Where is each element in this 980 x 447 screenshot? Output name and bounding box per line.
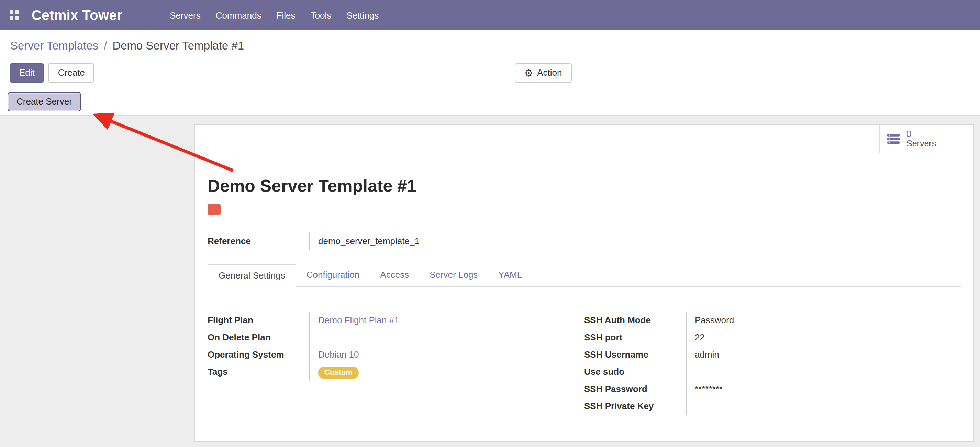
- field-group-left: Flight Plan Demo Flight Plan #1 On Delet…: [208, 311, 584, 415]
- field-value: 22: [686, 329, 961, 346]
- form-sheet: 0 Servers Demo Server Template #1 Refere…: [194, 125, 974, 442]
- breadcrumb: Server Templates/Demo Server Template #1: [10, 39, 244, 52]
- breadcrumb-separator: /: [104, 39, 107, 51]
- field-group-right: SSH Auth Mode Password SSH port 22 SSH U…: [584, 311, 961, 415]
- field-row-use-sudo: Use sudo: [584, 363, 961, 380]
- field-row-operating-system: Operating System Debian 10: [208, 346, 584, 363]
- field-label: On Delete Plan: [208, 329, 309, 346]
- field-label: Use sudo: [584, 363, 686, 380]
- field-value: Demo Flight Plan #1: [309, 311, 584, 329]
- tab-access[interactable]: Access: [370, 264, 419, 286]
- reference-field: Reference demo_server_template_1: [208, 232, 565, 250]
- create-server-button[interactable]: Create Server: [8, 92, 81, 112]
- main-menu: Servers Commands Files Tools Settings: [162, 10, 386, 20]
- action-button[interactable]: ⚙ Action: [515, 63, 571, 83]
- field-label: Tags: [208, 363, 309, 381]
- field-label: SSH Password: [584, 380, 686, 398]
- apps-grid-icon[interactable]: [10, 10, 19, 20]
- gear-icon: ⚙: [524, 68, 533, 78]
- servers-stat-button[interactable]: 0 Servers: [879, 125, 973, 153]
- field-value: Custom: [309, 363, 584, 381]
- field-value: Password: [686, 311, 961, 329]
- nav-item-files[interactable]: Files: [269, 10, 303, 20]
- control-panel: Server Templates/Demo Server Template #1…: [0, 30, 980, 115]
- nav-item-servers[interactable]: Servers: [162, 10, 208, 20]
- stat-label: Servers: [907, 139, 936, 150]
- servers-icon: [886, 132, 900, 146]
- field-label: SSH Auth Mode: [584, 311, 686, 329]
- field-row-on-delete-plan: On Delete Plan: [208, 329, 584, 346]
- color-swatch: [208, 204, 221, 215]
- stat-text: 0 Servers: [907, 128, 936, 149]
- field-value: [686, 363, 961, 380]
- field-value: Debian 10: [309, 346, 584, 363]
- brand-title[interactable]: Cetmix Tower: [32, 7, 123, 23]
- field-row-tags: Tags Custom: [208, 363, 584, 381]
- action-button-label: Action: [537, 67, 562, 78]
- nav-item-tools[interactable]: Tools: [303, 10, 339, 20]
- record-title: Demo Server Template #1: [208, 176, 961, 196]
- field-row-ssh-private-key: SSH Private Key: [584, 398, 961, 415]
- breadcrumb-parent-link[interactable]: Server Templates: [10, 39, 98, 51]
- tab-general-settings[interactable]: General Settings: [208, 264, 296, 287]
- edit-button[interactable]: Edit: [10, 63, 45, 83]
- flight-plan-link[interactable]: Demo Flight Plan #1: [318, 315, 399, 325]
- field-value: ********: [686, 380, 961, 398]
- nav-item-settings[interactable]: Settings: [339, 10, 386, 20]
- field-value: [309, 329, 584, 346]
- tab-configuration[interactable]: Configuration: [296, 264, 370, 286]
- control-panel-buttons: Edit Create: [10, 63, 94, 83]
- field-value: [686, 398, 961, 415]
- create-button[interactable]: Create: [48, 63, 94, 83]
- field-label: SSH port: [584, 329, 686, 346]
- field-label-reference: Reference: [208, 232, 309, 250]
- app-window: Cetmix Tower Servers Commands Files Tool…: [0, 0, 980, 447]
- field-groups: Flight Plan Demo Flight Plan #1 On Delet…: [208, 311, 961, 415]
- field-row-flight-plan: Flight Plan Demo Flight Plan #1: [208, 311, 584, 329]
- field-row-ssh-password: SSH Password ********: [584, 380, 961, 398]
- breadcrumb-current: Demo Server Template #1: [112, 39, 244, 51]
- notebook-tabs: General Settings Configuration Access Se…: [208, 264, 961, 287]
- field-row-ssh-port: SSH port 22: [584, 329, 961, 346]
- nav-item-commands[interactable]: Commands: [208, 10, 269, 20]
- field-value: admin: [686, 346, 961, 363]
- field-row-ssh-auth-mode: SSH Auth Mode Password: [584, 311, 961, 329]
- stat-value: 0: [907, 128, 936, 139]
- sheet-body: Demo Server Template #1 Reference demo_s…: [208, 153, 961, 442]
- field-label: Flight Plan: [208, 311, 309, 329]
- field-label: SSH Private Key: [584, 398, 686, 415]
- top-navbar: Cetmix Tower Servers Commands Files Tool…: [0, 0, 980, 30]
- operating-system-link[interactable]: Debian 10: [318, 350, 359, 360]
- field-value-reference: demo_server_template_1: [309, 232, 565, 250]
- field-label: Operating System: [208, 346, 309, 363]
- field-row-ssh-username: SSH Username admin: [584, 346, 961, 363]
- tag-badge-custom: Custom: [318, 367, 359, 379]
- tab-yaml[interactable]: YAML: [488, 264, 532, 286]
- field-label: SSH Username: [584, 346, 686, 363]
- tab-server-logs[interactable]: Server Logs: [419, 264, 488, 286]
